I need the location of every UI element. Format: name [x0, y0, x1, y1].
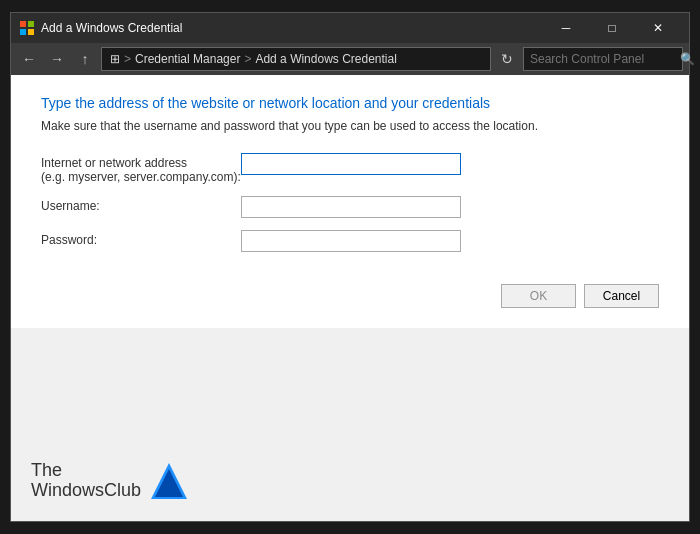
svg-rect-3	[28, 29, 34, 35]
buttons-row: OK Cancel	[41, 284, 659, 308]
search-icon: 🔍	[680, 52, 695, 66]
page-heading: Type the address of the website or netwo…	[41, 95, 659, 111]
password-label: Password:	[41, 230, 241, 247]
username-input[interactable]	[241, 196, 461, 218]
password-row: Password:	[41, 230, 659, 252]
ok-button[interactable]: OK	[501, 284, 576, 308]
title-text: Add a Windows Credential	[41, 21, 543, 35]
page-subheading: Make sure that the username and password…	[41, 119, 659, 133]
breadcrumb-root-icon: ⊞	[110, 52, 120, 66]
up-button[interactable]: ↑	[73, 47, 97, 71]
bottom-area: The WindowsClub	[11, 328, 689, 521]
username-label: Username:	[41, 196, 241, 213]
address-label: Internet or network address (e.g. myserv…	[41, 153, 241, 184]
address-input[interactable]	[241, 153, 461, 175]
address-bar: ← → ↑ ⊞ > Credential Manager > Add a Win…	[11, 43, 689, 75]
watermark-text: The WindowsClub	[31, 461, 141, 501]
forward-button[interactable]: →	[45, 47, 69, 71]
username-row: Username:	[41, 196, 659, 218]
window-controls: ─ □ ✕	[543, 13, 681, 43]
search-bar[interactable]: 🔍	[523, 47, 683, 71]
search-input[interactable]	[530, 52, 680, 66]
window-icon	[19, 20, 35, 36]
svg-rect-2	[20, 29, 26, 35]
close-button[interactable]: ✕	[635, 13, 681, 43]
cancel-button[interactable]: Cancel	[584, 284, 659, 308]
refresh-button[interactable]: ↻	[495, 47, 519, 71]
watermark: The WindowsClub	[31, 461, 189, 501]
svg-rect-0	[20, 21, 26, 27]
title-bar: Add a Windows Credential ─ □ ✕	[11, 13, 689, 43]
maximize-button[interactable]: □	[589, 13, 635, 43]
watermark-logo	[149, 461, 189, 501]
address-row: Internet or network address (e.g. myserv…	[41, 153, 659, 184]
minimize-button[interactable]: ─	[543, 13, 589, 43]
breadcrumb-item-1[interactable]: Credential Manager	[135, 52, 240, 66]
breadcrumb[interactable]: ⊞ > Credential Manager > Add a Windows C…	[101, 47, 491, 71]
svg-rect-1	[28, 21, 34, 27]
content-area: Type the address of the website or netwo…	[11, 75, 689, 328]
credential-window: Add a Windows Credential ─ □ ✕ ← → ↑ ⊞ >…	[10, 12, 690, 522]
breadcrumb-item-2[interactable]: Add a Windows Credential	[255, 52, 396, 66]
password-input[interactable]	[241, 230, 461, 252]
back-button[interactable]: ←	[17, 47, 41, 71]
